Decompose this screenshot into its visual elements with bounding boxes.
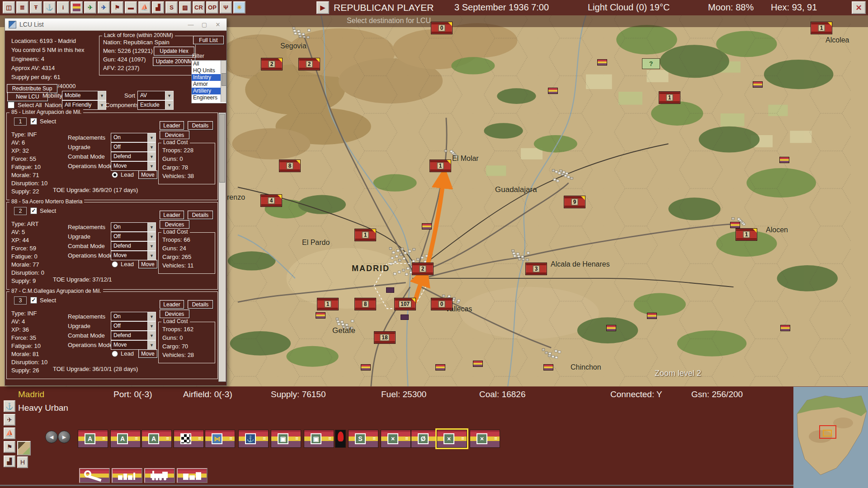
- operations-icon[interactable]: OP: [206, 1, 218, 14]
- unit-counter[interactable]: 2: [261, 58, 283, 70]
- industry-facility-icon[interactable]: [112, 468, 142, 483]
- unit-flag[interactable]: [316, 312, 326, 319]
- filter-option-armor[interactable]: Armor: [192, 81, 221, 88]
- hq-icon[interactable]: H: [17, 456, 28, 468]
- orders-icon[interactable]: ≣: [16, 1, 28, 14]
- unit-flag[interactable]: [606, 325, 616, 331]
- unit-counter[interactable]: 107: [394, 298, 416, 310]
- rail-facility-icon[interactable]: [144, 468, 175, 483]
- objectives-icon[interactable]: ⚑: [111, 1, 123, 14]
- industry-icon[interactable]: ▟: [152, 1, 164, 14]
- unit-counter[interactable]: 1: [354, 229, 376, 241]
- unit-counter[interactable]: 18: [374, 331, 396, 344]
- strip-unit-aframe[interactable]: A=: [78, 430, 108, 448]
- ship-icon[interactable]: ⛵: [4, 427, 15, 439]
- devices-button[interactable]: Devices: [160, 131, 189, 139]
- weather-icon[interactable]: ☀: [233, 1, 245, 14]
- prev-unit-button[interactable]: ◀: [45, 431, 58, 443]
- update-hex-button[interactable]: Update Hex: [154, 47, 194, 56]
- ground-reinforcements-icon[interactable]: Ŧ: [30, 1, 42, 14]
- move-button[interactable]: Move: [138, 170, 157, 179]
- flag-icon[interactable]: ⚑: [4, 441, 15, 453]
- filter-option-engineers[interactable]: Engineers: [192, 94, 221, 101]
- filter-option-hq-units[interactable]: HQ Units: [192, 67, 221, 74]
- unit-select-checkbox[interactable]: ✓: [30, 297, 37, 304]
- replacements-dropdown[interactable]: On▼: [111, 133, 156, 142]
- unit-flag[interactable]: [361, 364, 371, 371]
- save-icon[interactable]: ◫: [3, 1, 15, 14]
- unit-flag[interactable]: [647, 313, 657, 319]
- lead-radio[interactable]: [112, 351, 118, 357]
- minimap[interactable]: [793, 387, 868, 488]
- ship-icon[interactable]: ⛵: [138, 1, 151, 14]
- operations-mode-dropdown[interactable]: Move▼: [111, 161, 156, 171]
- select-all-checkbox[interactable]: [8, 102, 14, 108]
- repair-facility-icon[interactable]: [79, 468, 110, 483]
- details-button[interactable]: Details: [188, 211, 213, 219]
- lead-radio[interactable]: [112, 261, 118, 267]
- unit-counter[interactable]: 8: [354, 298, 376, 310]
- unit-counter[interactable]: 3: [525, 263, 547, 275]
- strip-unit-truck[interactable]: ▣=: [271, 430, 301, 448]
- unit-flag[interactable]: [435, 364, 445, 371]
- air-mission-icon[interactable]: ✈: [98, 1, 110, 14]
- info-icon[interactable]: i: [57, 1, 69, 14]
- unit-flag[interactable]: [473, 361, 483, 367]
- task-force-icon[interactable]: ▬: [125, 1, 137, 14]
- move-button[interactable]: Move: [138, 349, 157, 358]
- close-window-button[interactable]: ✕: [211, 20, 225, 29]
- filter-listbox[interactable]: AllHQ UnitsInfantryArmorArtilleryEnginee…: [191, 60, 226, 103]
- unit-counter[interactable]: 1: [317, 298, 339, 310]
- filter-option-infantry[interactable]: Infantry: [192, 74, 221, 81]
- map-info-icon[interactable]: ▨: [179, 1, 191, 14]
- strip-unit-aframe[interactable]: A=: [142, 430, 172, 448]
- unit-counter[interactable]: 4: [260, 194, 282, 207]
- unit-counter[interactable]: 1: [659, 91, 680, 104]
- operations-mode-dropdown[interactable]: Move▼: [111, 251, 156, 260]
- unit-flag[interactable]: [730, 222, 740, 228]
- operations-mode-dropdown[interactable]: Move▼: [111, 340, 156, 350]
- airfield-icon[interactable]: ✈: [4, 414, 15, 426]
- minimize-button[interactable]: —: [184, 20, 198, 29]
- details-button[interactable]: Details: [188, 121, 213, 130]
- strip-unit-pontoon[interactable]: ⋈=: [205, 430, 235, 448]
- supply-icon[interactable]: S: [165, 1, 178, 14]
- unit-counter[interactable]: 2: [298, 58, 320, 70]
- new-lcu-button[interactable]: New LCU: [7, 92, 48, 101]
- move-button[interactable]: Move: [138, 260, 157, 268]
- unit-select-control[interactable]: ✓ Select: [30, 297, 56, 304]
- unit-counter[interactable]: 0: [431, 22, 453, 34]
- leader-button[interactable]: Leader: [160, 211, 184, 219]
- strip-unit-truck[interactable]: ▣=: [304, 430, 334, 448]
- unit-counter[interactable]: 1: [811, 22, 832, 34]
- filter-option-all[interactable]: All: [192, 61, 221, 67]
- full-list-button[interactable]: Full List: [193, 36, 224, 44]
- redistribute-supply-button[interactable]: Redistribute Sup: [7, 84, 57, 93]
- naval-reinforcements-icon[interactable]: ⚓: [43, 1, 56, 14]
- combat-report-icon[interactable]: CR: [193, 1, 205, 14]
- sort-dropdown[interactable]: AV▼: [137, 91, 174, 100]
- end-turn-button[interactable]: ▶: [316, 1, 329, 14]
- unit-flag[interactable]: [779, 157, 789, 163]
- unit-flag[interactable]: [597, 59, 607, 66]
- unit-counter[interactable]: 8: [279, 160, 301, 172]
- combat-mode-dropdown[interactable]: Defend▼: [111, 241, 156, 251]
- components-dropdown[interactable]: Exclude▼: [137, 100, 174, 110]
- window-titlebar[interactable]: LCU List — ▢ ✕: [5, 19, 226, 31]
- air-group-icon[interactable]: ✈: [84, 1, 96, 14]
- unit-flag[interactable]: [753, 81, 763, 88]
- unit-flag[interactable]: [548, 88, 558, 94]
- signal-icon[interactable]: Ψ: [220, 1, 232, 14]
- combat-mode-dropdown[interactable]: Defend▼: [111, 331, 156, 340]
- upgrade-dropdown[interactable]: Off▼: [111, 321, 156, 331]
- devices-button[interactable]: Devices: [160, 310, 189, 318]
- strip-unit-marker[interactable]: [335, 430, 346, 448]
- upgrade-dropdown[interactable]: Off▼: [111, 232, 156, 241]
- unit-flag[interactable]: [543, 364, 553, 371]
- unit-select-control[interactable]: ✓ Select: [30, 207, 56, 214]
- filter-scrollbar[interactable]: [221, 61, 226, 102]
- flag-icon[interactable]: [71, 1, 83, 14]
- devices-button[interactable]: Devices: [160, 220, 189, 229]
- strip-unit-checker[interactable]: =: [174, 430, 204, 448]
- combat-mode-dropdown[interactable]: Defend▼: [111, 152, 156, 161]
